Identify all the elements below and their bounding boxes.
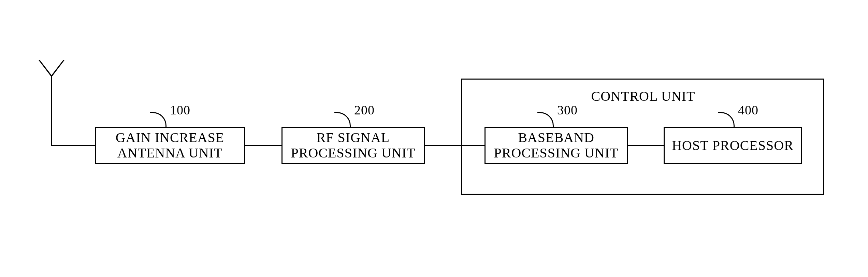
antenna-mast-line — [51, 77, 52, 146]
ref-label-100: 100 — [170, 102, 190, 117]
connector-antenna-to-100 — [51, 145, 95, 146]
antenna-icon — [39, 60, 64, 77]
block-baseband-processing-unit: BASEBAND PROCESSING UNIT — [484, 127, 628, 164]
block-label: RF SIGNAL PROCESSING UNIT — [291, 130, 415, 161]
connector-100-to-200 — [245, 145, 281, 146]
block-label: BASEBAND PROCESSING UNIT — [494, 130, 618, 161]
ref-label-200: 200 — [354, 102, 375, 117]
block-gain-increase-antenna-unit: GAIN INCREASE ANTENNA UNIT — [95, 127, 245, 164]
block-rf-signal-processing-unit: RF SIGNAL PROCESSING UNIT — [281, 127, 425, 164]
block-label: GAIN INCREASE ANTENNA UNIT — [116, 130, 225, 161]
block-host-processor: HOST PROCESSOR — [664, 127, 802, 164]
control-unit-title: CONTROL UNIT — [590, 88, 696, 104]
ref-label-400: 400 — [738, 102, 758, 117]
ref-leader-200 — [334, 112, 351, 127]
ref-leader-100 — [150, 112, 167, 127]
block-label: HOST PROCESSOR — [672, 138, 794, 153]
diagram-canvas: GAIN INCREASE ANTENNA UNIT 100 RF SIGNAL… — [0, 0, 868, 277]
ref-label-300: 300 — [557, 102, 578, 117]
connector-300-to-400 — [628, 145, 664, 146]
